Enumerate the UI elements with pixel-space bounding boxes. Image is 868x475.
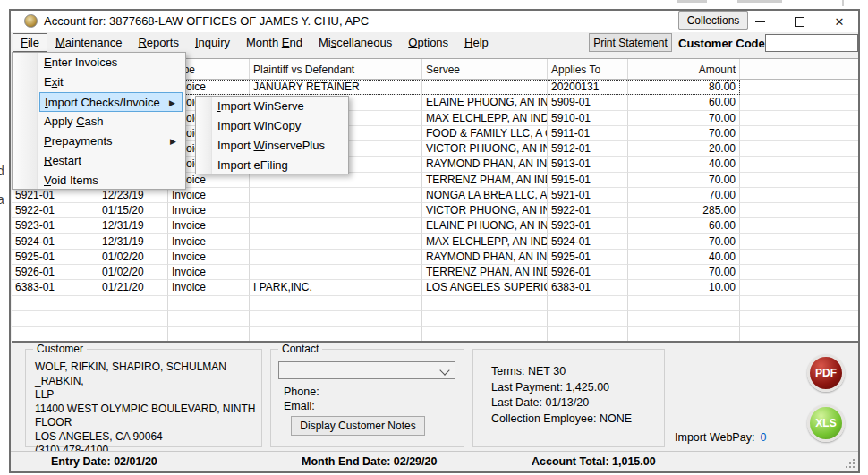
cell-applies-to[interactable]: 5924-01: [548, 234, 628, 250]
cell-amount[interactable]: 70.00: [628, 234, 740, 250]
cell-servee[interactable]: [422, 80, 548, 95]
print-statement-button[interactable]: Print Statement: [589, 33, 672, 52]
cell-amount[interactable]: 285.00: [628, 203, 740, 218]
cell-servee[interactable]: LOS ANGELES SUPERIO...: [422, 280, 548, 295]
table-row[interactable]: 6383-01 01/21/20 Invoice I PARK,INC. LOS…: [12, 280, 858, 295]
file-menu-item[interactable]: Apply Cash ▶: [39, 112, 183, 131]
cell-date[interactable]: 01/02/20: [98, 250, 168, 265]
cell-applies-to[interactable]: 5925-01: [548, 250, 628, 265]
resize-grip[interactable]: [853, 466, 855, 468]
cell-plaintiff-vs-defendant[interactable]: [250, 203, 422, 218]
collections-button[interactable]: Collections: [678, 11, 748, 30]
menu-bar-item[interactable]: Help: [456, 33, 497, 52]
cell-type[interactable]: Invoice: [168, 265, 250, 280]
contact-select[interactable]: [278, 361, 455, 379]
cell-applies-to[interactable]: 5913-01: [548, 157, 628, 172]
cell-servee[interactable]: NONGA LA BREA LLC, A ...: [422, 188, 548, 203]
cell-plaintiff-vs-defendant[interactable]: [250, 250, 422, 265]
cell-plaintiff-vs-defendant[interactable]: [250, 234, 422, 250]
cell-date[interactable]: 12/31/19: [98, 218, 168, 233]
cell-amount[interactable]: 70.00: [628, 111, 740, 126]
submenu-item[interactable]: Import WinServe: [196, 97, 348, 116]
customer-code-input[interactable]: [765, 34, 858, 52]
cell-type[interactable]: Invoice: [168, 250, 250, 265]
xls-export-icon[interactable]: XLS: [807, 404, 845, 442]
menu-bar-item[interactable]: File: [13, 33, 47, 52]
menu-bar-item[interactable]: Options: [400, 33, 456, 52]
menu-bar-item[interactable]: Month End: [238, 33, 311, 52]
column-header-applies-to[interactable]: Applies To: [548, 59, 628, 79]
display-customer-notes-button[interactable]: Display Customer Notes: [291, 416, 425, 436]
maximize-button[interactable]: [784, 11, 814, 32]
cell-applies-to[interactable]: 5922-01: [548, 203, 628, 218]
cell-invoice[interactable]: 6383-01: [12, 280, 98, 295]
table-row[interactable]: 5924-01 12/31/19 Invoice MAX ELCHLEPP, A…: [12, 234, 858, 250]
submenu-item[interactable]: Import WinCopy: [196, 116, 348, 136]
table-row[interactable]: 5925-01 01/02/20 Invoice RAYMOND PHAN, A…: [12, 250, 858, 265]
cell-type[interactable]: Invoice: [168, 218, 250, 233]
cell-amount[interactable]: 60.00: [628, 95, 740, 110]
menu-bar-item[interactable]: Miscellaneous: [311, 33, 400, 52]
cell-amount[interactable]: 20.00: [628, 141, 740, 157]
column-header-servee[interactable]: Servee: [422, 59, 548, 79]
cell-invoice[interactable]: 5926-01: [12, 265, 98, 280]
file-menu-item[interactable]: Import Checks/Invoice ▶: [39, 92, 183, 112]
submenu-item[interactable]: Import WinservePlus: [196, 136, 348, 156]
cell-amount[interactable]: 10.00: [628, 280, 740, 295]
cell-servee[interactable]: ELAINE PHUONG, AN IN...: [422, 218, 548, 233]
cell-applies-to[interactable]: 20200131: [548, 80, 628, 95]
cell-date[interactable]: 12/31/19: [98, 234, 168, 250]
file-menu-item[interactable]: Void Items ▶: [39, 171, 183, 191]
cell-date[interactable]: 01/02/20: [98, 265, 168, 280]
column-header-amount[interactable]: Amount: [628, 59, 740, 79]
cell-servee[interactable]: RAYMOND PHAN, AN IN...: [422, 157, 548, 172]
cell-servee[interactable]: VICTOR PHUONG, AN IN...: [422, 141, 548, 157]
cell-amount[interactable]: 80.00: [628, 80, 740, 95]
cell-plaintiff-vs-defendant[interactable]: [250, 188, 422, 203]
cell-invoice[interactable]: 5923-01: [12, 218, 98, 233]
table-row[interactable]: 5922-01 01/15/20 Invoice VICTOR PHUONG, …: [12, 203, 858, 218]
cell-amount[interactable]: 70.00: [628, 265, 740, 280]
table-row[interactable]: 5926-01 01/02/20 Invoice TERRENZ PHAN, A…: [12, 265, 858, 280]
cell-servee[interactable]: TERRENZ PHAN, AN IND...: [422, 265, 548, 280]
cell-plaintiff-vs-defendant[interactable]: JANUARY RETAINER: [250, 80, 422, 95]
file-menu-item[interactable]: Prepayments ▶: [39, 131, 183, 151]
cell-plaintiff-vs-defendant[interactable]: [250, 265, 422, 280]
cell-amount[interactable]: 60.00: [628, 218, 740, 233]
minimize-button[interactable]: [745, 11, 775, 32]
cell-applies-to[interactable]: 5911-01: [548, 126, 628, 141]
cell-servee[interactable]: ELAINE PHUONG, AN IN...: [422, 95, 548, 110]
file-menu-item[interactable]: Enter Invoices ▶: [39, 53, 183, 72]
cell-servee[interactable]: MAX ELCHLEPP, AN INDI...: [422, 111, 548, 126]
cell-type[interactable]: Invoice: [168, 280, 250, 295]
submenu-item[interactable]: Import eFiling: [196, 156, 348, 175]
cell-applies-to[interactable]: 5923-01: [548, 218, 628, 233]
cell-type[interactable]: Invoice: [168, 234, 250, 250]
menu-bar-item[interactable]: Reports: [130, 33, 187, 52]
table-row[interactable]: 5923-01 12/31/19 Invoice ELAINE PHUONG, …: [12, 218, 858, 233]
cell-invoice[interactable]: 5925-01: [12, 250, 98, 265]
cell-amount[interactable]: 70.00: [628, 173, 740, 188]
cell-applies-to[interactable]: 5909-01: [548, 95, 628, 110]
file-menu-item[interactable]: Restart ▶: [39, 151, 183, 171]
cell-servee[interactable]: MAX ELCHLEPP, AN INDI...: [422, 234, 548, 250]
cell-applies-to[interactable]: 5926-01: [548, 265, 628, 280]
cell-applies-to[interactable]: 5915-01: [548, 173, 628, 188]
menu-bar-item[interactable]: Maintenance: [47, 33, 130, 52]
file-menu-item[interactable]: Exit ▶: [39, 72, 183, 92]
cell-plaintiff-vs-defendant[interactable]: I PARK,INC.: [250, 280, 422, 295]
cell-servee[interactable]: FOOD & FAMILY LLC, A C...: [422, 126, 548, 141]
cell-amount[interactable]: 40.00: [628, 250, 740, 265]
cell-servee[interactable]: TERRENZ PHAM, AN IND...: [422, 173, 548, 188]
cell-plaintiff-vs-defendant[interactable]: [250, 218, 422, 233]
cell-applies-to[interactable]: 5910-01: [548, 111, 628, 126]
menu-bar-item[interactable]: Inquiry: [187, 33, 238, 52]
cell-applies-to[interactable]: 5921-01: [548, 188, 628, 203]
cell-applies-to[interactable]: 5912-01: [548, 141, 628, 157]
cell-applies-to[interactable]: 6383-01: [548, 280, 628, 295]
close-button[interactable]: ✕: [824, 11, 855, 32]
column-header-plaintiff[interactable]: Plaintiff vs Defendant: [250, 59, 422, 79]
cell-amount[interactable]: 40.00: [628, 157, 740, 172]
cell-servee[interactable]: RAYMOND PHAN, AN IN...: [422, 250, 548, 265]
cell-invoice[interactable]: 5924-01: [12, 234, 98, 250]
